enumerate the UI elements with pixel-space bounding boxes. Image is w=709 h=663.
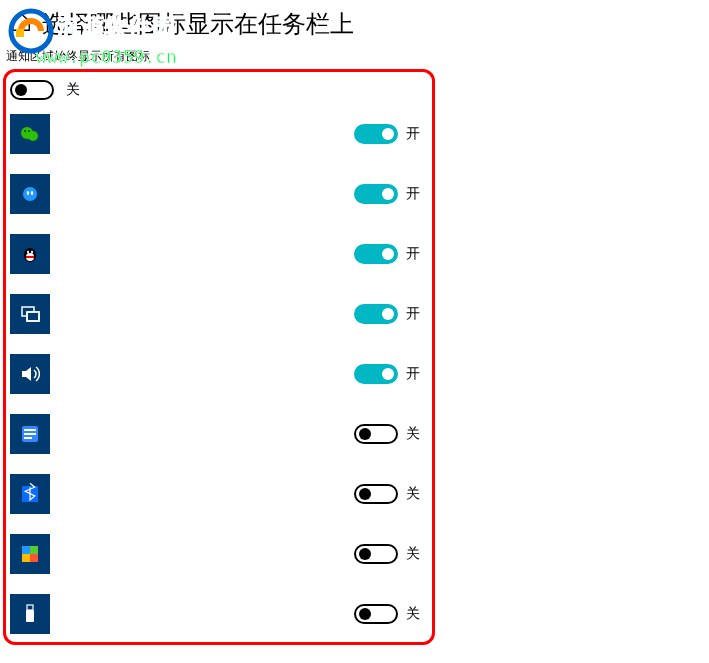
app-toggle[interactable]	[354, 244, 398, 264]
defender-icon	[10, 534, 50, 574]
volume-icon	[10, 354, 50, 394]
app-toggle-label: 关	[406, 605, 420, 623]
svg-rect-20	[24, 437, 32, 439]
app-row: 关	[10, 584, 426, 644]
system-icon	[10, 414, 50, 454]
app-row: 关	[10, 404, 426, 464]
svg-point-3	[28, 131, 38, 141]
app-toggle[interactable]	[354, 184, 398, 204]
app-toggle-label: 开	[406, 125, 420, 143]
master-toggle-label: 关	[66, 81, 80, 99]
qq-icon	[10, 234, 50, 274]
svg-point-4	[24, 130, 26, 132]
app-toggle-label: 开	[406, 185, 420, 203]
page-title: 选择哪些图标显示在任务栏上	[42, 8, 354, 40]
app-toggle-label: 关	[406, 425, 420, 443]
back-home-icon[interactable]	[10, 11, 32, 38]
app-toggle-label: 关	[406, 485, 420, 503]
app-toggle-cell: 关	[354, 604, 420, 624]
app-row: 开	[10, 224, 426, 284]
svg-rect-13	[26, 256, 34, 258]
app-toggle[interactable]	[354, 544, 398, 564]
app-row: 关	[10, 524, 426, 584]
app-toggle-cell: 开	[354, 244, 420, 264]
app-toggle-cell: 开	[354, 124, 420, 144]
highlight-box: 关 开 开 开 开 开 关 关 关 关	[3, 69, 435, 645]
app-row: 开	[10, 284, 426, 344]
app-toggle[interactable]	[354, 484, 398, 504]
wechat-icon	[10, 114, 50, 154]
app-row: 开	[10, 344, 426, 404]
header: 选择哪些图标显示在任务栏上	[0, 0, 709, 44]
svg-point-11	[27, 251, 29, 254]
svg-point-12	[31, 251, 33, 254]
app-toggle[interactable]	[354, 304, 398, 324]
svg-rect-27	[26, 610, 34, 622]
network-icon	[10, 294, 50, 334]
svg-rect-18	[24, 429, 36, 431]
app-toggle-label: 开	[406, 365, 420, 383]
svg-rect-23	[30, 546, 38, 554]
app-toggle-cell: 关	[354, 424, 420, 444]
app-toggle-label: 开	[406, 245, 420, 263]
app-row: 关	[10, 464, 426, 524]
svg-point-8	[31, 191, 33, 195]
baidu-icon	[10, 174, 50, 214]
app-toggle-cell: 关	[354, 544, 420, 564]
app-row: 开	[10, 164, 426, 224]
app-list: 开 开 开 开 开 关 关 关 关	[10, 104, 426, 644]
svg-rect-19	[24, 433, 36, 435]
app-toggle[interactable]	[354, 364, 398, 384]
app-toggle-cell: 开	[354, 364, 420, 384]
app-toggle-cell: 开	[354, 184, 420, 204]
svg-point-7	[27, 191, 29, 195]
svg-point-6	[23, 187, 37, 201]
app-toggle-cell: 关	[354, 484, 420, 504]
svg-rect-15	[27, 312, 39, 321]
app-toggle[interactable]	[354, 124, 398, 144]
svg-point-5	[28, 130, 30, 132]
master-toggle[interactable]	[10, 80, 54, 100]
svg-rect-24	[22, 554, 30, 562]
subtitle: 通知区域始终显示所有图标	[0, 44, 709, 65]
usb-icon	[10, 594, 50, 634]
app-toggle-label: 开	[406, 305, 420, 323]
svg-rect-25	[30, 554, 38, 562]
svg-rect-22	[22, 546, 30, 554]
app-toggle-label: 关	[406, 545, 420, 563]
master-toggle-row: 关	[10, 76, 426, 104]
svg-rect-26	[27, 605, 33, 610]
bluetooth-icon	[10, 474, 50, 514]
app-toggle-cell: 开	[354, 304, 420, 324]
app-toggle[interactable]	[354, 604, 398, 624]
app-row: 开	[10, 104, 426, 164]
app-toggle[interactable]	[354, 424, 398, 444]
